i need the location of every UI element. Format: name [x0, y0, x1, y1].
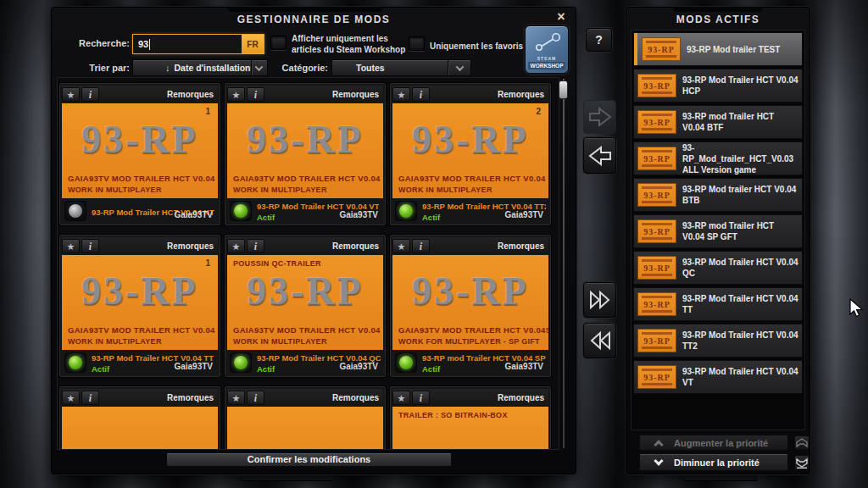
mod-card[interactable]: Remorques Actif: [225, 386, 386, 450]
thumb-logo-text: 93-RP: [62, 117, 218, 162]
info-icon: [89, 238, 92, 253]
scrollbar-thumb[interactable]: [559, 80, 568, 99]
mod-thumbnail: [62, 407, 218, 450]
mod-card[interactable]: Remorques 93-RP GAIA93TV MOD TRAILER HCT…: [225, 83, 386, 225]
mod-card[interactable]: Remorques POUSSIN QC-TRAILER 93-RP GAIA9…: [225, 235, 386, 377]
active-mod-item[interactable]: 93-RP 93-RP_Mod_trailer_HCT_V0.03 ALL Ve…: [633, 141, 803, 175]
mod-info-button[interactable]: [247, 87, 264, 102]
favorite-star-button[interactable]: [62, 87, 80, 102]
arrow-right-icon: [587, 105, 613, 129]
sort-dropdown[interactable]: ↓ Date d'installation: [132, 59, 268, 76]
move-to-bottom-button[interactable]: [794, 455, 810, 470]
favorite-star-button[interactable]: [227, 87, 245, 102]
mod-card-header: Remorques: [392, 86, 548, 103]
deactivate-all-button[interactable]: [583, 323, 616, 358]
workshop-filter-checkbox[interactable]: [270, 36, 287, 50]
mod-card-header: Remorques: [227, 389, 383, 406]
active-mod-thumbnail: 93-RP: [637, 147, 676, 170]
mod-info-button[interactable]: [247, 391, 264, 405]
move-to-top-button[interactable]: [794, 435, 810, 450]
mod-info-button[interactable]: [81, 391, 99, 405]
mod-thumbnail: [227, 407, 383, 450]
activate-all-button[interactable]: [583, 282, 616, 318]
status-orb-icon: [234, 356, 248, 369]
increase-priority-button[interactable]: Augmenter la priorité: [639, 435, 788, 451]
info-icon: [254, 390, 257, 405]
active-mod-item[interactable]: 93-RP 93-RP Mod Trailer HCT V0.04 TT: [633, 287, 803, 321]
arrow-left-icon: [587, 144, 613, 168]
mod-status-toggle[interactable]: [64, 352, 86, 373]
mod-info-button[interactable]: [412, 391, 430, 405]
thumb-caption-1: GAIA93TV MOD TRAILER HCT V0.04SP: [398, 325, 548, 335]
thumb-logo-text: 93-RP: [643, 154, 670, 164]
active-mod-item[interactable]: 93-RP 93-RP Mod trailer HCT V0.04 BTB: [633, 178, 803, 212]
mod-cards-area: Remorques 1 93-RP GAIA93TV MOD TRAILER H…: [57, 77, 559, 450]
dropdown-chevron-button[interactable]: [448, 60, 470, 75]
mod-card-header: Remorques: [62, 86, 218, 103]
deactivate-mod-button[interactable]: [583, 137, 616, 174]
thumb-logo-text: 93-RP: [392, 117, 548, 162]
search-input[interactable]: 93 FR: [132, 34, 264, 54]
activate-mod-button[interactable]: [583, 100, 616, 134]
mod-card[interactable]: Remorques TRAILER : SO BITRAIN-BOX Actif: [390, 386, 551, 450]
thumb-caption-2: WORK IN MULTIPLAYER: [68, 337, 162, 346]
close-icon[interactable]: ×: [554, 9, 569, 25]
mod-author: Gaia93TV: [504, 210, 543, 219]
mod-info-button[interactable]: [81, 239, 99, 253]
mod-card-header: Remorques: [227, 86, 383, 103]
favorite-star-button[interactable]: [227, 239, 245, 253]
dropdown-chevron-button[interactable]: [251, 60, 267, 75]
active-mod-item[interactable]: 93-RP 93-RP Mod Trailer HCT V0.04 VT: [633, 360, 803, 394]
workshop-label: WORKSHOP: [528, 62, 565, 69]
mod-info-button[interactable]: [412, 239, 430, 253]
star-icon: [232, 390, 241, 405]
mod-category-label: Remorques: [498, 90, 548, 99]
mod-status-toggle[interactable]: [230, 201, 252, 221]
sort-value: Date d'installation: [175, 63, 251, 73]
active-mod-item[interactable]: 93-RP 93-RP Mod trailer TEST: [633, 32, 803, 66]
confirm-changes-button[interactable]: Confirmer les modifications: [166, 452, 452, 467]
active-mod-item[interactable]: 93-RP 93-RP Mod Trailer HCT V0.04 TT2: [633, 324, 803, 358]
mod-card-header: Remorques: [392, 389, 548, 406]
mod-card[interactable]: Remorques 2 93-RP GAIA93TV MOD TRAILER H…: [390, 83, 551, 225]
mod-card-footer: 93-RP Mod Trailer HCT V0.04 TT2 Actif Ga…: [392, 198, 548, 224]
active-mod-thumbnail: 93-RP: [642, 37, 681, 61]
mod-card[interactable]: Remorques 93-RP GAIA93TV MOD TRAILER HCT…: [390, 235, 551, 377]
mod-status-toggle[interactable]: [395, 352, 417, 373]
active-mod-item[interactable]: 93-RP 93-RP mod Trailer HCT V0.04 BTF: [633, 105, 803, 139]
help-button[interactable]: ?: [586, 28, 612, 52]
mod-card[interactable]: Remorques 1 93-RP GAIA93TV MOD TRAILER H…: [59, 83, 220, 225]
mod-info-button[interactable]: [81, 87, 99, 102]
cards-scrollbar[interactable]: [559, 79, 568, 448]
active-mod-item[interactable]: 93-RP 93-RP Mod Trailer HCT V0.04 QC: [633, 251, 803, 285]
mod-status-toggle[interactable]: [230, 352, 252, 373]
active-mod-title: 93-RP Mod Trailer HCT V0.04 VT: [682, 366, 798, 388]
thumb-logo-text: 93-RP: [227, 269, 383, 313]
category-dropdown[interactable]: Toutes: [331, 59, 471, 76]
mod-category-label: Remorques: [167, 241, 218, 251]
mod-info-button[interactable]: [412, 87, 430, 102]
mod-status-toggle[interactable]: [64, 201, 86, 221]
favorite-star-button[interactable]: [62, 391, 80, 405]
category-value: Toutes: [356, 63, 385, 73]
favorite-star-button[interactable]: [392, 391, 410, 405]
mod-thumbnail: 2 93-RP GAIA93TV MOD TRAILER HCT V0.04 T…: [392, 103, 548, 198]
favorite-star-button[interactable]: [392, 239, 410, 253]
favorite-star-button[interactable]: [62, 239, 80, 253]
favorite-star-button[interactable]: [227, 391, 245, 405]
decrease-priority-button[interactable]: Diminuer la priorité: [639, 453, 788, 471]
favorite-star-button[interactable]: [392, 87, 410, 102]
active-mod-item[interactable]: 93-RP 93-RP mod Trailer HCT V0.04 SP GFT: [633, 214, 803, 248]
sort-direction-icon: ↓: [165, 63, 170, 73]
mod-status-toggle[interactable]: [395, 201, 417, 221]
mod-info-button[interactable]: [247, 239, 264, 253]
thumb-caption-1: GAIA93TV MOD TRAILER HCT V0.04 TT: [68, 174, 218, 183]
favorites-filter-checkbox[interactable]: [409, 36, 425, 51]
mod-card[interactable]: Remorques 1 93-RP GAIA93TV MOD TRAILER H…: [59, 235, 220, 377]
window-handle-notch: [674, 7, 762, 12]
active-mod-item[interactable]: 93-RP 93-RP Mod Trailer HCT V0.04 HCP: [633, 69, 803, 103]
steam-workshop-button[interactable]: STEAM WORKSHOP: [525, 25, 569, 74]
mod-card-footer: 93-RP mod Trailer HCT V0.04 SP GFT Actif…: [392, 350, 548, 375]
mod-card[interactable]: Remorques Actif: [59, 386, 220, 450]
favorites-filter-label: Uniquement les favoris: [430, 41, 531, 52]
